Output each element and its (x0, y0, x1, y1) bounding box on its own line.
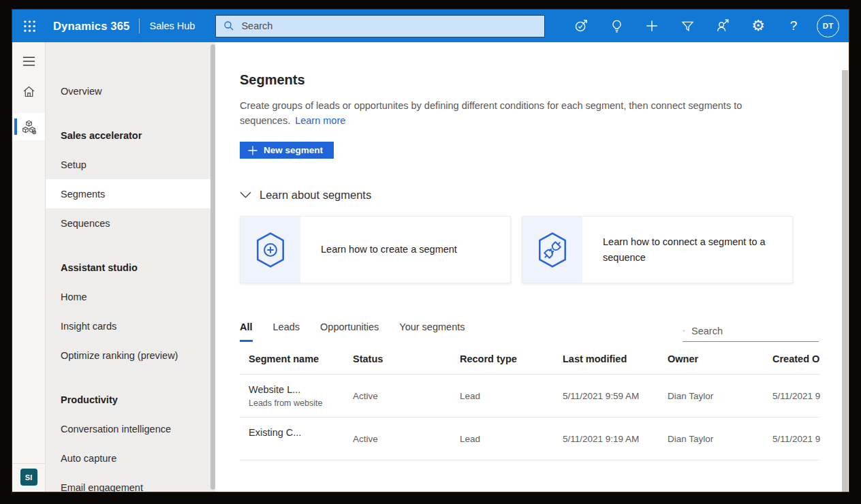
nav-item-insight-cards[interactable]: Insight cards (46, 311, 215, 341)
table-header-row: Segment name Status Record type Last mod… (240, 343, 820, 375)
icon-rail: SI (12, 42, 46, 492)
nav-item-sequences[interactable]: Sequences (46, 208, 215, 238)
plus-icon (248, 146, 257, 155)
plus-icon[interactable] (634, 10, 670, 42)
learn-about-segments-toggle[interactable]: Learn about segments (240, 189, 849, 202)
table-body: Website L...Leads from websiteActiveLead… (240, 375, 820, 460)
top-navigation-bar: Dynamics 365 Sales Hub (12, 10, 849, 42)
filter-icon[interactable] (670, 10, 705, 42)
home-icon (22, 84, 36, 99)
segments-table: Segment name Status Record type Last mod… (240, 343, 820, 460)
segment-tabs: AllLeadsOpportunitiesYour segments (240, 321, 486, 342)
share-user-icon[interactable] (705, 10, 740, 42)
main-scrollbar[interactable] (842, 70, 848, 492)
app-window: Dynamics 365 Sales Hub (12, 10, 849, 492)
learn-more-link[interactable]: Learn more (295, 115, 345, 126)
topbar-divider (139, 18, 140, 33)
table-row[interactable]: Existing C...ActiveLead5/11/2021 9:19 AM… (240, 418, 820, 460)
card-icon-area (240, 217, 300, 283)
global-search-box[interactable] (215, 15, 545, 37)
status-cell: Active (353, 434, 460, 444)
waffle-icon (23, 20, 36, 33)
card-label: Learn how to connect a segment to a sequ… (582, 217, 792, 283)
nav-item-overview[interactable]: Overview (46, 76, 215, 106)
nav-group-sales-accelerator: Sales accelerator (46, 121, 215, 150)
last-modified-cell: 5/11/2021 9:59 AM (563, 391, 668, 401)
segment-name-cell[interactable]: Website L...Leads from website (249, 375, 353, 408)
nav-list: OverviewSales acceleratorSetupSegmentsSe… (46, 76, 215, 492)
record-type-cell: Lead (460, 391, 563, 401)
new-segment-button[interactable]: New segment (240, 142, 334, 159)
nav-item-setup[interactable]: Setup (46, 150, 215, 179)
card-icon-area (522, 217, 582, 283)
search-icon (683, 326, 685, 336)
nav-item-home[interactable]: Home (46, 282, 215, 311)
nav-group-productivity: Productivity (46, 385, 215, 414)
help-icon[interactable]: ? (776, 10, 811, 42)
nav-item-optimize-ranking-preview-[interactable]: Optimize ranking (preview) (46, 341, 215, 370)
tab-all[interactable]: All (240, 321, 253, 342)
column-header[interactable]: Last modified (563, 353, 668, 364)
site-map-navigation: OverviewSales acceleratorSetupSegmentsSe… (46, 42, 215, 492)
nav-item-auto-capture[interactable]: Auto capture (46, 443, 215, 473)
nav-item-email-engagement[interactable]: Email engagement (46, 473, 215, 492)
search-icon (223, 20, 235, 32)
segment-name: Website L... (249, 383, 353, 396)
owner-cell: Dian Taylor (668, 391, 772, 401)
main-content: Segments Create groups of leads or oppor… (215, 42, 849, 492)
learn-section-title: Learn about segments (260, 189, 371, 202)
nav-group-assistant-studio: Assistant studio (46, 253, 215, 282)
tab-leads[interactable]: Leads (273, 321, 300, 342)
page-title: Segments (240, 72, 849, 88)
tab-your-segments[interactable]: Your segments (399, 321, 465, 342)
new-segment-button-label: New segment (264, 145, 323, 155)
segment-search-input[interactable] (691, 326, 819, 336)
column-header[interactable]: Status (353, 353, 460, 364)
tab-opportunities[interactable]: Opportunities (320, 321, 379, 342)
card-create-segment[interactable]: Learn how to create a segment (240, 216, 511, 283)
task-check-icon[interactable] (563, 10, 599, 42)
brand-title[interactable]: Dynamics 365 (53, 20, 129, 33)
nav-scrollbar[interactable] (210, 44, 215, 490)
page-description: Create groups of leads or opportunites b… (240, 98, 779, 128)
segment-subtitle: Leads from website (249, 398, 353, 408)
global-search-input[interactable] (241, 20, 537, 31)
rail-bottom-section: SI (12, 463, 45, 492)
si-badge[interactable]: SI (20, 469, 37, 486)
segment-list-toolbar: AllLeadsOpportunitiesYour segments (240, 321, 849, 342)
owner-cell: Dian Taylor (668, 434, 772, 444)
segment-name: Existing C... (249, 426, 353, 439)
table-row[interactable]: Website L...Leads from websiteActiveLead… (240, 375, 820, 418)
segment-name-cell[interactable]: Existing C... (249, 418, 353, 439)
hexagon-plus-icon (255, 232, 286, 268)
record-type-cell: Lead (460, 434, 563, 444)
user-avatar[interactable]: DT (817, 15, 839, 37)
hexagon-plug-icon (537, 232, 568, 268)
card-connect-segment[interactable]: Learn how to connect a segment to a sequ… (522, 216, 793, 283)
cubes-icon (21, 119, 37, 135)
lightbulb-icon[interactable] (599, 10, 634, 42)
rail-home-icon[interactable] (12, 78, 45, 105)
chevron-down-icon (240, 191, 251, 199)
column-header[interactable]: Owner (668, 353, 772, 364)
nav-item-conversation-intelligence[interactable]: Conversation intelligence (46, 414, 215, 443)
column-header[interactable]: Created On (772, 353, 820, 364)
settings-gear-icon[interactable]: ⚙ (740, 10, 776, 42)
app-name[interactable]: Sales Hub (149, 20, 195, 31)
created-on-cell: 5/11/2021 9:19 AM (772, 434, 820, 444)
hamburger-menu-icon[interactable] (12, 53, 45, 69)
last-modified-cell: 5/11/2021 9:19 AM (563, 434, 668, 444)
created-on-cell: 5/11/2021 9:59 AM (772, 391, 820, 401)
card-label: Learn how to create a segment (300, 217, 510, 283)
app-launcher-waffle-icon[interactable] (12, 10, 46, 42)
column-header[interactable]: Record type (460, 353, 563, 364)
rail-sales-accelerator-icon[interactable] (12, 113, 45, 140)
topbar-actions: ⚙ ? DT (563, 10, 849, 42)
learn-cards: Learn how to create a segment (240, 216, 849, 283)
nav-item-segments[interactable]: Segments (46, 179, 215, 208)
column-header[interactable]: Segment name (249, 353, 353, 364)
status-cell: Active (353, 391, 460, 401)
segment-search-box[interactable] (683, 326, 819, 342)
